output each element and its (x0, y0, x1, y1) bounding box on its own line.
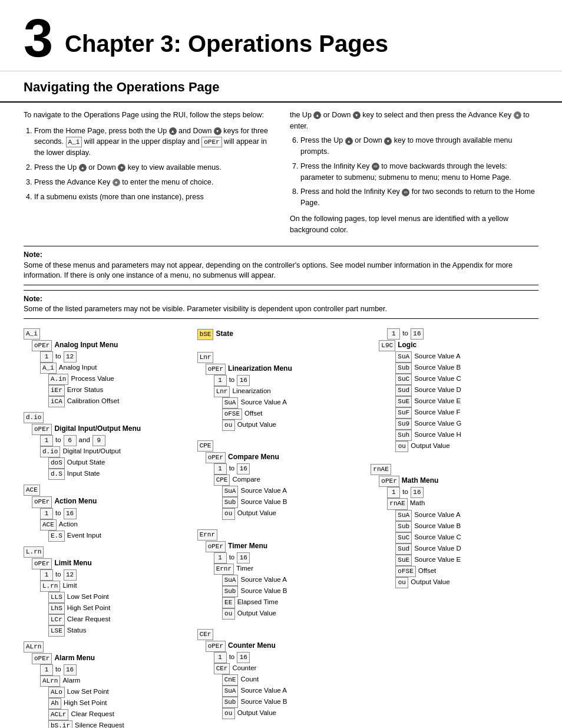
disp: rnAE (371, 464, 391, 475)
steps-list-right: the Up or Down key to select and then pr… (290, 110, 538, 209)
page-container: 3 Chapter 3: Operations Pages Navigating… (0, 0, 562, 728)
label: Math Menu (402, 475, 439, 486)
menu-item: iCA Calibration Offset (24, 396, 191, 407)
disp: 1 (40, 569, 53, 581)
menu-item: Sub Source Value B (197, 497, 365, 508)
note-label-2: Note: (24, 295, 42, 303)
menu-item: EE Elapsed Time (197, 597, 365, 608)
digital-io-group: d.io oPEr Digital Input/Output Menu 1 to… (24, 412, 191, 480)
menu-item: SuC Source Value C (371, 374, 538, 385)
step-2: Press the Up or Down key to view availab… (34, 162, 272, 173)
menu-item: oPEr Alarm Menu (24, 653, 191, 664)
label: Clear Request (67, 614, 111, 625)
label: Source Value A (240, 686, 286, 696)
note-text-1: Some of these menus and parameters may n… (24, 261, 513, 280)
disp: CPE (214, 475, 230, 486)
menu-item: Ah High Set Point (24, 698, 191, 709)
disp: Sub (222, 697, 239, 708)
disp: 1 (214, 375, 227, 386)
disp: E.S (48, 531, 65, 542)
disp: LSE (48, 625, 65, 637)
label: Source Value D (414, 385, 461, 396)
menu-item: SuA Source Value A (371, 351, 538, 363)
disp: oFSE (222, 409, 242, 420)
label: Counter Menu (228, 640, 276, 651)
low-set-point-item: LLS Low Set Point (24, 592, 191, 603)
disp: 16 (237, 463, 250, 475)
label: Source Value B (240, 586, 287, 597)
menu-item: LCr Clear Request (24, 614, 191, 625)
label: Calibration Offset (67, 396, 120, 407)
disp: 1 (214, 463, 227, 475)
advance-icon-2: ● (514, 111, 521, 119)
menu-item: CEr Counter (197, 663, 365, 674)
disp: SuA (222, 486, 239, 497)
disp: ACE (24, 485, 40, 496)
menu-item: CEr (197, 629, 365, 640)
menu-item: SuA Source Value A (371, 510, 538, 521)
menu-item: d.S Input State (24, 469, 191, 480)
menu-item: oPEr Compare Menu (197, 452, 365, 463)
menu-item: d.io Digital Input/Output (24, 446, 191, 457)
menu-item: Sub Source Value B (371, 521, 538, 532)
label: Analog Input Menu (54, 340, 118, 351)
label: Output Value (237, 608, 276, 619)
menu-item: Suh Source Value H (371, 430, 538, 441)
disp: LCr (48, 614, 65, 625)
disp: EE (222, 597, 235, 608)
menu-item: Ernr (197, 529, 365, 541)
menu-item: oPEr Analog Input Menu (24, 340, 191, 351)
down-icon-4 (384, 137, 392, 145)
menu-item: 1 to 6 and 9 (24, 435, 191, 446)
disp: oPEr (379, 476, 399, 487)
disp: A.in (48, 374, 68, 385)
disp: Ernr (214, 564, 234, 575)
disp: CPE (197, 440, 214, 452)
label: Source Value A (240, 486, 286, 496)
math-group: rnAE oPEr Math Menu 1 to 16 rnAE Math Su… (371, 464, 538, 588)
disp: Sub (395, 521, 412, 532)
disp: bS.ir (48, 720, 72, 728)
label: Source Value E (414, 555, 461, 565)
disp: 6 (64, 435, 77, 446)
label: Compare Menu (228, 452, 279, 463)
label: Alarm Menu (54, 653, 95, 664)
label: Digital Input/Output Menu (54, 423, 141, 434)
label: Source Value B (240, 697, 287, 707)
menu-item: ou Output Value (197, 608, 365, 620)
label: Action Menu (54, 496, 97, 507)
disp: 16 (237, 552, 250, 564)
label: Output Value (411, 577, 449, 588)
disp: ou (222, 420, 235, 431)
disp: 1 (40, 508, 53, 519)
menu-item: SuE Source Value E (371, 555, 538, 566)
menu-item: oFSE Offset (371, 566, 538, 577)
disp: rnAE (387, 498, 407, 509)
label: Source Value C (414, 532, 461, 543)
disp: Lnr (197, 352, 214, 363)
disp: oPEr (206, 364, 226, 375)
menu-item: ALrn (24, 641, 191, 653)
menu-item: rnAE (371, 464, 538, 475)
disp: Sub (222, 497, 239, 508)
label: State (216, 328, 233, 340)
disp: 12 (64, 351, 77, 363)
disp: SuA (395, 510, 412, 521)
menu-item: 1 to 12 (24, 351, 191, 363)
label: Timer Menu (228, 541, 267, 552)
label: Output State (67, 457, 105, 468)
menu-item: A.in Process Value (24, 374, 191, 385)
disp: 16 (411, 328, 424, 340)
disp: 16 (64, 664, 77, 676)
label: Low Set Point (67, 687, 109, 697)
disp: SuC (395, 532, 412, 543)
menu-item: oPEr Counter Menu (197, 640, 365, 652)
menu-item: ACE Action (24, 519, 191, 531)
section-heading: Navigating the Operations Page (0, 71, 562, 103)
menu-item: oPEr Math Menu (371, 475, 538, 487)
menu-item: SuA Source Value A (197, 686, 365, 697)
menu-item: Lnr (197, 352, 365, 363)
disp-ai-top: A_i (24, 328, 40, 340)
disp: oPEr (206, 541, 226, 552)
disp: 9 (92, 435, 105, 446)
